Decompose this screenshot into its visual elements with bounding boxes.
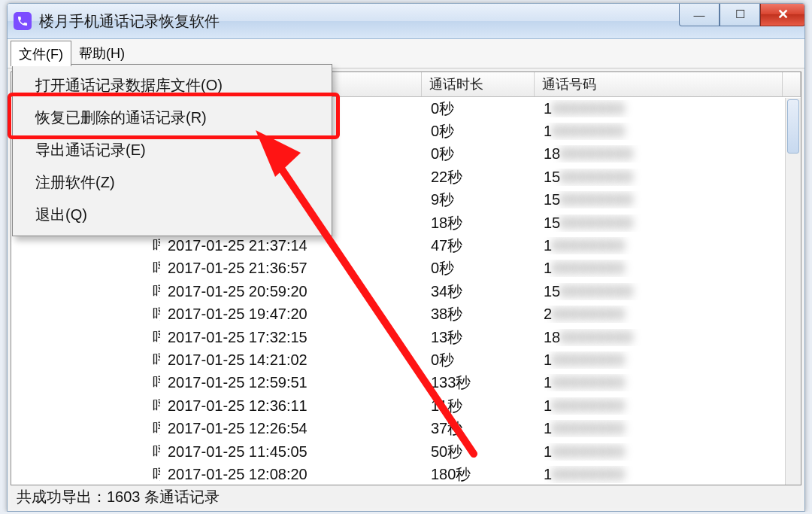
cell-time: 2017-01-25 12:59:51 (160, 374, 423, 391)
cell-type: 呼入电话 (11, 373, 160, 393)
app-window: 楼月手机通话记录恢复软件 — ☐ ✕ 文件(F) 帮助(H) 类型 通话时间 通… (7, 3, 805, 512)
cell-number: 100000000 (536, 260, 801, 277)
cell-type: 呼出电话 (11, 418, 160, 439)
cell-number: 100000000 (536, 397, 801, 415)
cell-number: 1800000000 (536, 145, 801, 163)
close-button[interactable]: ✕ (760, 3, 805, 26)
cell-number: 1500000000 (536, 191, 801, 208)
cell-number: 100000000 (536, 420, 801, 437)
cell-duration: 38秒 (423, 304, 536, 324)
menu-quit[interactable]: 退出(Q) (14, 199, 330, 231)
cell-number: 1800000000 (536, 329, 801, 346)
cell-number: 100000000 (536, 351, 801, 369)
file-dropdown: 打开通话记录数据库文件(O) 恢复已删除的通话记录(R) 导出通话记录(E) 注… (12, 64, 332, 236)
cell-type: 呼出电话 (11, 464, 160, 485)
cell-number: 1500000000 (536, 214, 801, 232)
cell-number: 100000000 (536, 100, 801, 117)
table-row[interactable]: 呼出电话2017-01-25 21:36:570秒100000000 (11, 257, 801, 280)
cell-duration: 133秒 (423, 373, 536, 393)
cell-time: 2017-01-25 20:59:20 (160, 283, 423, 300)
table-row[interactable]: 呼入电话2017-01-25 17:32:1513秒1800000000 (11, 326, 801, 348)
table-row[interactable]: 呼入电话2017-01-25 20:59:2034秒1500000000 (11, 280, 801, 303)
vertical-scrollbar[interactable] (785, 98, 801, 485)
cell-type: 呼入电话 (11, 236, 160, 256)
status-bar: 共成功导出：1603 条通话记录 (11, 485, 801, 508)
cell-time: 2017-01-25 12:08:20 (160, 466, 423, 483)
cell-duration: 47秒 (423, 236, 536, 256)
menu-open-db[interactable]: 打开通话记录数据库文件(O) (14, 69, 330, 102)
table-row[interactable]: 呼入电话2017-01-25 11:45:0550秒100000000 (11, 440, 801, 463)
cell-number: 100000000 (536, 237, 801, 254)
table-row[interactable]: 呼出电话2017-01-25 19:47:2038秒200000000 (11, 303, 801, 326)
cell-type: 呼出电话 (11, 258, 160, 278)
cell-duration: 0秒 (423, 144, 536, 164)
cell-number: 200000000 (536, 306, 801, 323)
window-controls: — ☐ ✕ (679, 3, 805, 26)
cell-duration: 18秒 (423, 213, 536, 233)
cell-number: 100000000 (536, 466, 801, 483)
title-bar: 楼月手机通话记录恢复软件 — ☐ ✕ (8, 4, 804, 39)
cell-time: 2017-01-25 19:47:20 (160, 306, 423, 323)
table-row[interactable]: 呼入电话2017-01-25 12:59:51133秒100000000 (11, 372, 801, 394)
cell-number: 1500000000 (536, 169, 801, 186)
cell-time: 2017-01-25 17:32:15 (160, 329, 423, 346)
col-extra (783, 72, 801, 96)
cell-number: 100000000 (536, 443, 801, 461)
col-number[interactable]: 通话号码 (535, 72, 783, 96)
phone-icon (17, 15, 29, 27)
col-duration[interactable]: 通话时长 (422, 72, 535, 96)
cell-time: 2017-01-25 21:36:57 (160, 260, 423, 277)
cell-duration: 11秒 (423, 396, 536, 416)
cell-time: 2017-01-25 21:37:14 (160, 237, 423, 254)
cell-time: 2017-01-25 12:36:11 (160, 397, 423, 415)
menu-export[interactable]: 导出通话记录(E) (14, 134, 330, 166)
cell-number: 100000000 (536, 123, 801, 140)
table-row[interactable]: 呼出电话2017-01-25 12:08:20180秒100000000 (11, 463, 801, 485)
cell-duration: 180秒 (423, 464, 536, 485)
cell-type: 呼入电话 (11, 281, 160, 302)
menu-recover-deleted[interactable]: 恢复已删除的通话记录(R) (14, 102, 330, 134)
window-title: 楼月手机通话记录恢复软件 (39, 11, 220, 32)
cell-duration: 0秒 (423, 121, 536, 141)
cell-time: 2017-01-25 12:26:54 (160, 420, 423, 437)
cell-type: 呼入电话 (11, 396, 160, 416)
cell-duration: 22秒 (423, 167, 536, 187)
scrollbar-thumb[interactable] (787, 99, 799, 154)
cell-type: 呼入电话 (11, 442, 160, 462)
table-row[interactable]: 呼出电话2017-01-25 12:26:5437秒100000000 (11, 417, 801, 439)
cell-time: 2017-01-25 14:21:02 (160, 351, 423, 369)
maximize-button[interactable]: ☐ (720, 3, 760, 26)
cell-duration: 0秒 (423, 350, 536, 370)
menu-file[interactable]: 文件(F) (11, 41, 71, 66)
minimize-button[interactable]: — (679, 3, 720, 26)
cell-duration: 0秒 (423, 99, 536, 119)
menu-register[interactable]: 注册软件(Z) (14, 166, 330, 199)
cell-duration: 34秒 (423, 281, 536, 302)
cell-duration: 0秒 (423, 258, 536, 278)
cell-number: 1500000000 (536, 283, 801, 300)
cell-duration: 9秒 (423, 190, 536, 210)
table-row[interactable]: 呼入电话2017-01-25 21:37:1447秒100000000 (11, 234, 801, 257)
cell-type: 呼出电话 (11, 304, 160, 324)
cell-duration: 13秒 (423, 327, 536, 348)
status-text: 共成功导出：1603 条通话记录 (17, 487, 220, 507)
menu-help[interactable]: 帮助(H) (71, 41, 132, 66)
cell-type: 呼出电话 (11, 350, 160, 370)
cell-duration: 50秒 (423, 442, 536, 462)
cell-number: 100000000 (536, 374, 801, 391)
app-icon (14, 12, 32, 30)
cell-time: 2017-01-25 11:45:05 (160, 443, 423, 461)
table-row[interactable]: 呼出电话2017-01-25 14:21:020秒100000000 (11, 348, 801, 371)
table-row[interactable]: 呼入电话2017-01-25 12:36:1111秒100000000 (11, 394, 801, 417)
cell-type: 呼入电话 (11, 327, 160, 348)
cell-duration: 37秒 (423, 418, 536, 439)
